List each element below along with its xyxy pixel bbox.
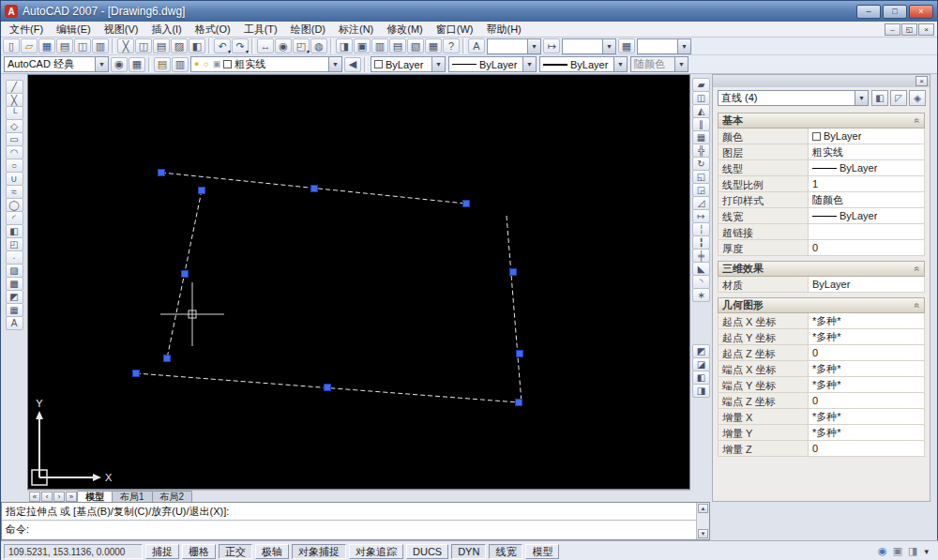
undo-icon[interactable]: ↶▾ bbox=[214, 38, 231, 53]
status-dyn-toggle[interactable]: DYN bbox=[451, 544, 486, 559]
hyperlink-value[interactable] bbox=[809, 224, 924, 239]
command-scrollbar[interactable]: ▲ ▼ bbox=[696, 503, 709, 539]
plotstyle-combo-arrow-icon[interactable]: ▼ bbox=[674, 57, 688, 71]
scroll-up-icon[interactable]: ▲ bbox=[698, 504, 708, 513]
palette-close-button[interactable]: × bbox=[915, 76, 928, 86]
table-style-icon[interactable]: ▦ bbox=[618, 38, 635, 53]
grip-handle[interactable] bbox=[199, 188, 205, 194]
multiline-text-icon[interactable]: A bbox=[6, 316, 23, 330]
menu-help[interactable]: 帮助(H) bbox=[480, 22, 528, 38]
extend-icon[interactable]: ↦ bbox=[692, 209, 710, 223]
collapse-chevron-icon[interactable]: « bbox=[913, 118, 923, 124]
draworder-bring-above-icon[interactable]: ◧ bbox=[692, 371, 710, 385]
menu-modify[interactable]: 修改(M) bbox=[380, 22, 430, 38]
lineweight-value[interactable]: ByLayer bbox=[809, 208, 924, 223]
workspace-combo[interactable]: AutoCAD 经典▼ bbox=[4, 56, 109, 72]
lineweight-combo[interactable]: ByLayer▼ bbox=[539, 56, 628, 72]
erase-icon[interactable]: ▰ bbox=[692, 78, 710, 92]
status-ducs-toggle[interactable]: DUCS bbox=[406, 544, 448, 559]
redo-flyout-arrow-icon[interactable]: ▾ bbox=[246, 48, 249, 54]
lineweight-combo-arrow-icon[interactable]: ▼ bbox=[613, 57, 627, 71]
doc-close-button[interactable]: × bbox=[918, 23, 934, 36]
tab-nav-next[interactable]: › bbox=[53, 492, 65, 502]
copy-clip-icon[interactable]: ◫ bbox=[135, 38, 152, 53]
move-icon[interactable]: ╬ bbox=[692, 144, 710, 158]
zoom-window-flyout-arrow-icon[interactable]: ▾ bbox=[307, 48, 310, 54]
status-grid-toggle[interactable]: 栅格 bbox=[182, 544, 216, 559]
arc-icon[interactable]: ◠ bbox=[6, 145, 23, 159]
grip-handle[interactable] bbox=[164, 356, 171, 362]
communication-center-icon[interactable]: ◉ bbox=[878, 545, 887, 557]
doc-minimize-button[interactable]: – bbox=[885, 23, 900, 36]
linetype-value[interactable]: ByLayer bbox=[809, 160, 924, 175]
window-minimize-button[interactable]: – bbox=[856, 5, 881, 19]
material-value[interactable]: ByLayer bbox=[809, 277, 924, 292]
delta-z-value[interactable]: 0 bbox=[809, 441, 924, 456]
linetype-scale-value[interactable]: 1 bbox=[809, 176, 924, 191]
stretch-icon[interactable]: ◲ bbox=[692, 183, 710, 197]
tab-nav-prev[interactable]: ‹ bbox=[41, 492, 53, 502]
menu-file[interactable]: 文件(F) bbox=[3, 22, 50, 38]
dim-style-combo[interactable]: ▼ bbox=[562, 38, 616, 54]
start-y-value[interactable]: *多种* bbox=[809, 329, 924, 344]
draworder-send-to-back-icon[interactable]: ◪ bbox=[692, 357, 710, 371]
markup-set-manager-icon[interactable]: ▧ bbox=[407, 38, 424, 53]
revision-cloud-icon[interactable]: ∪ bbox=[6, 172, 23, 186]
rectangle-icon[interactable]: ▭ bbox=[6, 132, 23, 146]
grip-handle[interactable] bbox=[133, 371, 140, 377]
cut-icon[interactable]: ╳ bbox=[117, 38, 134, 53]
properties-icon[interactable]: ◨ bbox=[336, 38, 353, 53]
make-block-icon[interactable]: ◰ bbox=[6, 237, 23, 251]
linetype-combo-arrow-icon[interactable]: ▼ bbox=[522, 57, 536, 71]
line-icon[interactable]: ╱ bbox=[6, 80, 23, 94]
draworder-bring-to-front-icon[interactable]: ◩ bbox=[692, 344, 710, 358]
help-icon[interactable]: ? bbox=[443, 38, 460, 53]
toolbar-lock-icon[interactable]: ▣ bbox=[893, 545, 902, 557]
selection-filter-combo-arrow-icon[interactable]: ▼ bbox=[855, 91, 868, 105]
menu-window[interactable]: 窗口(W) bbox=[430, 22, 480, 38]
insert-block-icon[interactable]: ◧ bbox=[6, 224, 23, 238]
layer-previous-icon[interactable]: ◀ bbox=[344, 57, 361, 72]
tab-nav-last[interactable]: » bbox=[66, 492, 77, 502]
grip-handle[interactable] bbox=[325, 385, 331, 391]
model-space-view[interactable]: XY bbox=[28, 75, 689, 489]
match-properties-icon[interactable]: ▨ bbox=[171, 38, 188, 53]
break-at-point-icon[interactable]: ╎ bbox=[692, 222, 710, 236]
status-snap-toggle[interactable]: 捕捉 bbox=[145, 544, 179, 559]
menu-view[interactable]: 视图(V) bbox=[98, 22, 145, 38]
status-model-toggle[interactable]: 模型 bbox=[525, 544, 559, 559]
status-menu-arrow-icon[interactable]: ▾ bbox=[924, 547, 929, 556]
layer-value[interactable]: 粗实线 bbox=[809, 144, 924, 159]
zoom-previous-icon[interactable]: ◍ bbox=[310, 38, 327, 53]
selection-filter-combo[interactable]: 直线 (4)▼ bbox=[718, 90, 869, 106]
section-header[interactable]: 几何图形« bbox=[718, 297, 925, 313]
grip-handle[interactable] bbox=[159, 170, 165, 176]
select-objects-button[interactable]: ◸ bbox=[890, 90, 907, 106]
block-editor-icon[interactable]: ◧ bbox=[189, 38, 205, 53]
designcenter-icon[interactable]: ▣ bbox=[354, 38, 371, 53]
clean-screen-icon[interactable]: ◨ bbox=[908, 545, 917, 557]
publish-icon[interactable]: ▥ bbox=[92, 38, 109, 53]
point-icon[interactable]: ∙ bbox=[6, 250, 23, 265]
menu-insert[interactable]: 插入(I) bbox=[144, 22, 188, 38]
start-z-value[interactable]: 0 bbox=[809, 345, 924, 360]
end-z-value[interactable]: 0 bbox=[809, 393, 924, 408]
polyline-icon[interactable]: └ bbox=[6, 106, 23, 120]
plot-style-value[interactable]: 随颜色 bbox=[809, 192, 924, 207]
menu-format[interactable]: 格式(O) bbox=[189, 22, 237, 38]
rotate-icon[interactable]: ↻ bbox=[692, 157, 710, 171]
tool-palettes-icon[interactable]: ▥ bbox=[371, 38, 388, 53]
coordinate-readout[interactable]: 109.5231, 153.1136, 0.0000 bbox=[4, 544, 143, 559]
offset-icon[interactable]: ∥ bbox=[692, 117, 710, 131]
plot-icon[interactable]: ▤ bbox=[56, 38, 73, 53]
zoom-window-icon[interactable]: ◰▾ bbox=[293, 38, 310, 53]
workspace-settings-icon[interactable]: ◉ bbox=[111, 57, 128, 72]
tab-nav-first[interactable]: « bbox=[29, 492, 40, 502]
delta-y-value[interactable]: *多种* bbox=[809, 425, 924, 440]
qnew-icon[interactable]: ▯ bbox=[3, 38, 20, 53]
layer-combo[interactable]: ●☼▣粗实线▼ bbox=[190, 56, 342, 72]
status-ortho-toggle[interactable]: 正交 bbox=[219, 544, 252, 559]
section-header[interactable]: 三维效果« bbox=[718, 261, 925, 277]
draworder-send-under-icon[interactable]: ◨ bbox=[692, 384, 710, 398]
table-style-combo[interactable]: ▼ bbox=[637, 38, 691, 54]
